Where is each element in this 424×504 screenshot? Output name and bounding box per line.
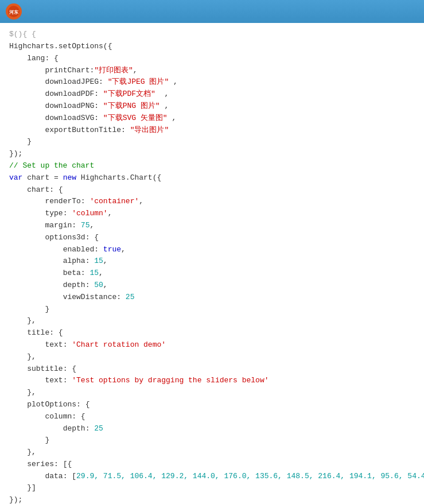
code-line: }, <box>9 351 415 363</box>
code-block: Highcharts.setOptions({ lang: { printCha… <box>0 38 424 504</box>
code-line: title: { <box>9 327 415 339</box>
code-line: text: 'Test options by dragging the slid… <box>9 375 415 387</box>
code-line: depth: 50, <box>9 280 415 292</box>
code-line: column: { <box>9 411 415 423</box>
code-line: depth: 25 <box>9 423 415 435</box>
code-line: type: 'column', <box>9 208 415 220</box>
code-line: exportButtonTitle: "导出图片" <box>9 125 415 137</box>
code-line: downloadSVG: "下载SVG 矢量图" , <box>9 113 415 125</box>
code-line: }, <box>9 315 415 327</box>
code-line: beta: 15, <box>9 267 415 280</box>
code-line: }, <box>9 447 415 459</box>
code-line: plotOptions: { <box>9 399 415 411</box>
code-line: }, <box>9 387 415 399</box>
code-line: margin: 75, <box>9 220 415 232</box>
code-line: printChart:"打印图表", <box>9 65 415 77</box>
code-line: }); <box>9 148 415 160</box>
code-line: }] <box>9 482 415 494</box>
code-line: text: 'Chart rotation demo' <box>9 339 415 351</box>
code-line: viewDistance: 25 <box>9 292 415 304</box>
code-line: options3d: { <box>9 232 415 244</box>
code-line: // Set up the chart <box>9 160 415 172</box>
logo: 河东 <box>6 3 22 20</box>
code-line: } <box>9 304 415 316</box>
code-line: } <box>9 136 415 148</box>
code-line: alpha: 15, <box>9 255 415 267</box>
code-line: lang: { <box>9 53 415 65</box>
code-line: var chart = new Highcharts.Chart({ <box>9 172 415 184</box>
code-line: downloadJPEG: "下载JPEG 图片" , <box>9 76 415 88</box>
code-line: downloadPDF: "下载PDF文档" , <box>9 88 415 100</box>
code-line: }); <box>9 494 415 504</box>
code-container: $(){ { Highcharts.setOptions({ lang: { p… <box>0 23 424 504</box>
top-bar: 河东 <box>0 0 424 23</box>
code-line: subtitle: { <box>9 363 415 375</box>
code-line: renderTo: 'container', <box>9 196 415 208</box>
code-line: data: [29.9, 71.5, 106.4, 129.2, 144.0, … <box>9 471 415 483</box>
code-line: } <box>9 435 415 447</box>
code-line: series: [{ <box>9 459 415 471</box>
code-line: Highcharts.setOptions({ <box>9 41 415 53</box>
top-truncated: $(){ { <box>0 28 424 38</box>
code-line: chart: { <box>9 184 415 196</box>
svg-text:河东: 河东 <box>9 9 19 15</box>
code-line: enabled: true, <box>9 244 415 256</box>
code-line: downloadPNG: "下载PNG 图片" , <box>9 100 415 113</box>
